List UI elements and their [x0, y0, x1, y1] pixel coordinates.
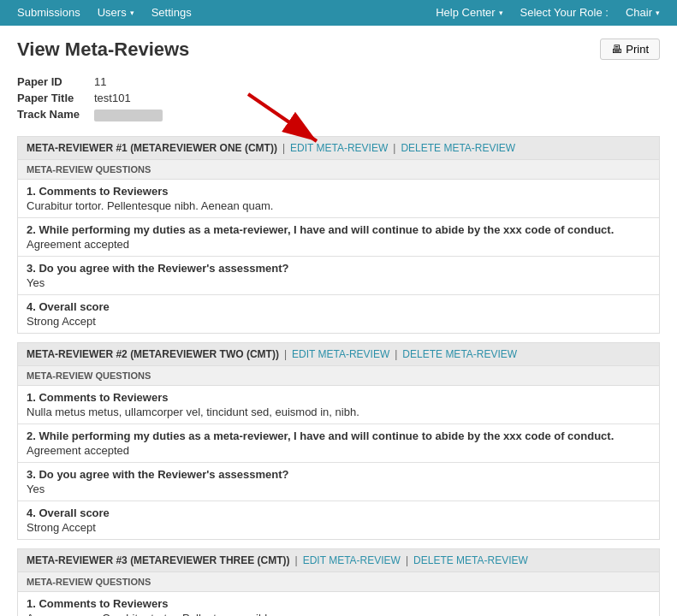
- meta-reviewer-block-3: META-REVIEWER #3 (METAREVIEWER THREE (CM…: [17, 548, 660, 616]
- page-header: View Meta-Reviews 🖶 Print: [17, 38, 660, 61]
- printer-icon: 🖶: [611, 43, 622, 56]
- question-answer-2-2: Agreement accepted: [27, 444, 650, 457]
- track-name-redacted: [94, 110, 163, 121]
- questions-section-label-3: META-REVIEW QUESTIONS: [18, 572, 659, 592]
- page-title: View Meta-Reviews: [17, 38, 189, 61]
- question-block-2-4: 4. Overall score Strong Accept: [18, 501, 659, 539]
- chair-caret-icon: ▾: [656, 0, 660, 26]
- question-block-1-3: 3. Do you agree with the Reviewer's asse…: [18, 257, 659, 295]
- track-name-label: Track Name: [17, 106, 94, 123]
- paper-title-label: Paper Title: [17, 90, 94, 106]
- sep-2-1: |: [284, 348, 287, 360]
- question-label-1-3: 3. Do you agree with the Reviewer's asse…: [27, 262, 650, 275]
- question-label-2-2: 2. While performing my duties as a meta-…: [27, 429, 650, 442]
- nav-chair[interactable]: Chair ▾: [617, 0, 668, 26]
- help-caret-icon: ▾: [499, 0, 503, 26]
- page-container: View Meta-Reviews 🖶 Print Paper ID 11 Pa…: [0, 26, 677, 616]
- question-label-1-2: 2. While performing my duties as a meta-…: [27, 223, 650, 236]
- sep-2-2: |: [395, 348, 397, 360]
- question-answer-1-1: Curabitur tortor. Pellentesque nibh. Aen…: [27, 199, 650, 212]
- nav-settings[interactable]: Settings: [143, 0, 200, 26]
- paper-info-table: Paper ID 11 Paper Title test101 Track Na…: [17, 74, 168, 123]
- nav-submissions[interactable]: Submissions: [9, 0, 89, 26]
- meta-reviewer-name-2: META-REVIEWER #2 (METAREVIEWER TWO (CMT)…: [27, 348, 279, 360]
- track-name-row: Track Name: [17, 106, 168, 123]
- paper-id-label: Paper ID: [17, 74, 94, 90]
- sep-1-1: |: [282, 142, 285, 154]
- users-caret-icon: ▾: [130, 0, 134, 26]
- meta-reviewer-blocks: META-REVIEWER #1 (METAREVIEWER ONE (CMT)…: [17, 136, 660, 616]
- question-label-2-3: 3. Do you agree with the Reviewer's asse…: [27, 468, 650, 481]
- sep-3-1: |: [295, 554, 298, 566]
- meta-reviewer-header-1: META-REVIEWER #1 (METAREVIEWER ONE (CMT)…: [18, 137, 659, 160]
- meta-reviewer-name-1: META-REVIEWER #1 (METAREVIEWER ONE (CMT)…: [27, 142, 277, 154]
- questions-section-label-2: META-REVIEW QUESTIONS: [18, 366, 659, 386]
- print-button[interactable]: 🖶 Print: [600, 38, 660, 60]
- meta-reviewer-block-1: META-REVIEWER #1 (METAREVIEWER ONE (CMT)…: [17, 136, 660, 334]
- question-block-2-3: 3. Do you agree with the Reviewer's asse…: [18, 463, 659, 501]
- meta-reviewer-name-3: META-REVIEWER #3 (METAREVIEWER THREE (CM…: [27, 554, 290, 566]
- nav-users[interactable]: Users ▾: [89, 0, 143, 26]
- nav-right: Help Center ▾ Select Your Role : Chair ▾: [427, 0, 668, 26]
- question-block-1-4: 4. Overall score Strong Accept: [18, 295, 659, 333]
- paper-id-value: 11: [94, 74, 168, 90]
- sep-1-2: |: [393, 142, 395, 154]
- question-label-2-1: 1. Comments to Reviewers: [27, 391, 650, 404]
- paper-title-value: test101: [94, 90, 168, 106]
- paper-title-row: Paper Title test101: [17, 90, 168, 106]
- meta-reviewer-header-3: META-REVIEWER #3 (METAREVIEWER THREE (CM…: [18, 549, 659, 572]
- paper-id-row: Paper ID 11: [17, 74, 168, 90]
- delete-meta-review-link-3[interactable]: DELETE META-REVIEW: [413, 554, 528, 566]
- edit-meta-review-link-1[interactable]: EDIT META-REVIEW: [290, 142, 388, 154]
- question-block-2-1: 1. Comments to Reviewers Nulla metus met…: [18, 386, 659, 424]
- navbar: Submissions Users ▾ Settings Help Center…: [0, 0, 677, 26]
- delete-meta-review-link-2[interactable]: DELETE META-REVIEW: [402, 348, 517, 360]
- track-name-value: [94, 106, 168, 123]
- delete-meta-review-link-1[interactable]: DELETE META-REVIEW: [401, 142, 515, 154]
- question-block-3-1: 1. Comments to Reviewers Aenean quam. Cu…: [18, 592, 659, 616]
- nav-help-center[interactable]: Help Center ▾: [427, 0, 511, 26]
- question-answer-2-4: Strong Accept: [27, 521, 650, 534]
- question-answer-1-3: Yes: [27, 276, 650, 289]
- sep-3-2: |: [406, 554, 408, 566]
- edit-meta-review-link-3[interactable]: EDIT META-REVIEW: [303, 554, 401, 566]
- meta-reviewer-block-2: META-REVIEWER #2 (METAREVIEWER TWO (CMT)…: [17, 342, 660, 540]
- paper-info: Paper ID 11 Paper Title test101 Track Na…: [17, 74, 660, 123]
- question-block-1-2: 2. While performing my duties as a meta-…: [18, 218, 659, 257]
- question-label-2-4: 4. Overall score: [27, 506, 650, 519]
- meta-reviewer-header-2: META-REVIEWER #2 (METAREVIEWER TWO (CMT)…: [18, 343, 659, 366]
- question-answer-2-1: Nulla metus metus, ullamcorper vel, tinc…: [27, 406, 650, 418]
- nav-select-role-label: Select Your Role :: [512, 0, 617, 26]
- question-label-1-4: 4. Overall score: [27, 300, 650, 313]
- question-answer-1-2: Agreement accepted: [27, 238, 650, 251]
- question-answer-1-4: Strong Accept: [27, 315, 650, 328]
- question-label-1-1: 1. Comments to Reviewers: [27, 185, 650, 198]
- question-answer-2-3: Yes: [27, 483, 650, 495]
- question-block-2-2: 2. While performing my duties as a meta-…: [18, 424, 659, 463]
- questions-section-label-1: META-REVIEW QUESTIONS: [18, 160, 659, 180]
- question-answer-3-1: Aenean quam. Curabitur tortor. Pellentes…: [27, 612, 650, 616]
- edit-meta-review-link-2[interactable]: EDIT META-REVIEW: [292, 348, 389, 360]
- question-block-1-1: 1. Comments to Reviewers Curabitur torto…: [18, 180, 659, 218]
- question-label-3-1: 1. Comments to Reviewers: [27, 597, 650, 610]
